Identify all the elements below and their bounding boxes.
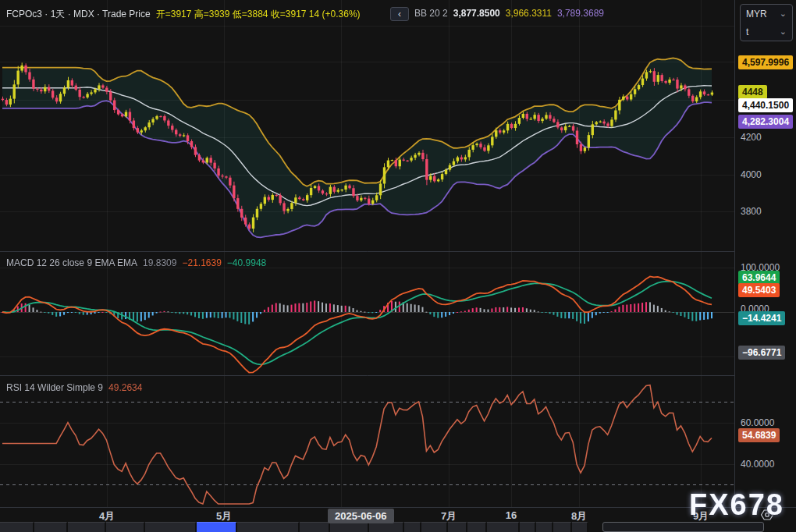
strip-cell[interactable] bbox=[404, 522, 421, 532]
trading-chart-window: FCPOc3 · 1天 · MDX · Trade Price 开=3917 高… bbox=[0, 0, 796, 532]
symbol-legend: FCPOc3 · 1天 · MDX · Trade Price 开=3917 高… bbox=[6, 8, 361, 21]
bb-upper-value: 3,966.3311 bbox=[506, 8, 552, 19]
time-axis[interactable]: 4月 5月 7月 16 8月 9月 2025-06-06 bbox=[0, 507, 796, 522]
macd-line-tag: 49.5403 bbox=[738, 283, 780, 297]
macd-low-tag: −96.6771 bbox=[738, 346, 785, 360]
date-marker-tag: 2025-06-06 bbox=[328, 509, 394, 523]
price-tick: 4000 bbox=[741, 169, 762, 180]
unit-dropdown[interactable]: t ⌄ bbox=[741, 23, 792, 41]
bb-basis-value: 3,877.8500 bbox=[453, 8, 500, 19]
strip-cell[interactable] bbox=[237, 522, 300, 532]
strip-cell[interactable] bbox=[553, 522, 572, 532]
macd-line-value: −21.1639 bbox=[182, 257, 221, 268]
rsi-label: RSI 14 Wilder Simple 9 bbox=[6, 382, 103, 393]
macd-hist-tag: −14.4241 bbox=[738, 311, 785, 325]
strip-cell[interactable] bbox=[0, 522, 34, 532]
price-tick: 4200 bbox=[741, 132, 762, 143]
last-price-tag: 4448 bbox=[738, 85, 767, 99]
strip-cell[interactable] bbox=[34, 522, 68, 532]
strip-cell[interactable] bbox=[520, 522, 536, 532]
macd-signal-value: −40.9948 bbox=[227, 257, 266, 268]
bb-legend: BB 20 2 3,877.8500 3,966.3311 3,789.3689 bbox=[414, 8, 604, 19]
macd-label: MACD 12 26 close 9 EMA EMA bbox=[6, 257, 137, 268]
bb-upper-price-tag: 4,597.9996 bbox=[738, 55, 793, 69]
bb-basis-price-tag: 4,440.1500 bbox=[738, 98, 793, 112]
chevron-down-icon: ⌄ bbox=[780, 9, 787, 19]
unit-value: t bbox=[746, 27, 748, 37]
strip-cell[interactable] bbox=[487, 522, 520, 532]
month-tick: 9月 bbox=[693, 509, 709, 523]
month-tick: 7月 bbox=[441, 509, 457, 523]
symbol-title: FCPOc3 · 1天 · MDX · Trade Price bbox=[6, 8, 151, 21]
price-tick: 3800 bbox=[741, 206, 762, 217]
month-tick: 5月 bbox=[216, 509, 232, 523]
month-tick: 8月 bbox=[571, 509, 587, 523]
axis-settings-box: MYR ⌄ t ⌄ bbox=[740, 4, 793, 41]
day-tick: 16 bbox=[506, 509, 517, 521]
currency-dropdown[interactable]: MYR ⌄ bbox=[741, 5, 792, 23]
scroll-thumb[interactable] bbox=[602, 522, 764, 532]
month-tick: 4月 bbox=[99, 509, 115, 523]
chart-canvas[interactable] bbox=[0, 0, 734, 507]
strip-cell[interactable] bbox=[467, 522, 487, 532]
timezone-settings-gear-icon[interactable] bbox=[759, 508, 776, 522]
rsi-tick: 60.0000 bbox=[741, 417, 774, 428]
strip-cell[interactable] bbox=[536, 522, 553, 532]
bb-label: BB 20 2 bbox=[414, 8, 448, 19]
strip-cell[interactable] bbox=[145, 522, 197, 532]
rsi-value-tag: 54.6839 bbox=[738, 428, 780, 442]
chevron-down-icon: ⌄ bbox=[780, 27, 787, 37]
scrollbar-strip[interactable] bbox=[0, 522, 796, 532]
rsi-legend: RSI 14 Wilder Simple 9 49.2634 bbox=[6, 382, 142, 393]
macd-legend: MACD 12 26 close 9 EMA EMA 19.8309 −21.1… bbox=[6, 257, 266, 268]
strip-cell[interactable] bbox=[300, 522, 330, 532]
ohlc-values: 开=3917 高=3939 低=3884 收=3917 14 (+0.36%) bbox=[156, 8, 361, 21]
bb-lower-value: 3,789.3689 bbox=[557, 8, 604, 19]
bb-lower-price-tag: 4,282.3004 bbox=[738, 115, 793, 129]
currency-value: MYR bbox=[746, 9, 767, 20]
collapse-indicators-button[interactable]: ‹ bbox=[390, 7, 409, 21]
rsi-value: 49.2634 bbox=[108, 382, 142, 393]
rsi-tick: 40.0000 bbox=[741, 459, 774, 470]
strip-gap bbox=[588, 522, 602, 532]
macd-hist-value: 19.8309 bbox=[143, 257, 176, 268]
price-axis[interactable]: 4200 4000 3800 4,597.9996 4448 4,440.150… bbox=[734, 0, 796, 507]
